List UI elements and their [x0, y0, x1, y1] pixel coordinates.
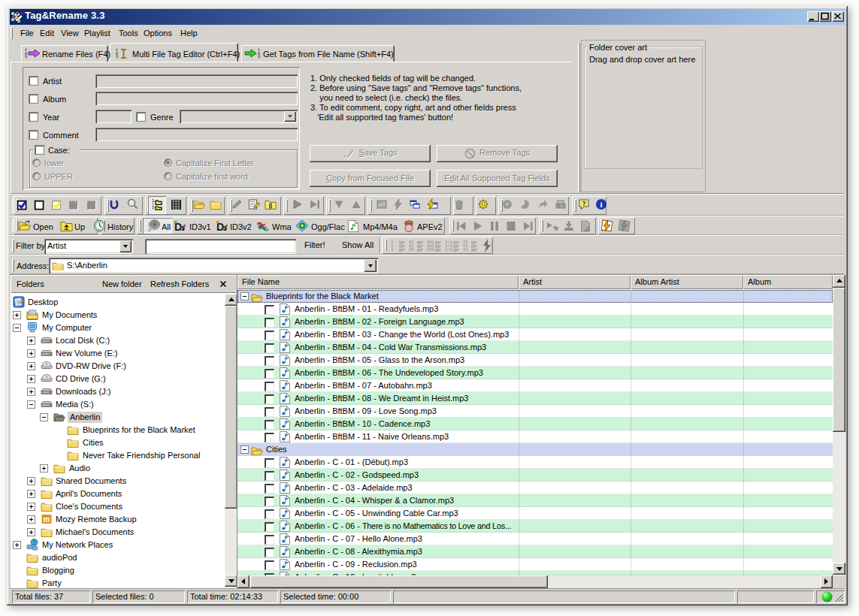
svg-text:?: ?: [582, 200, 586, 207]
svg-text:003: 003: [427, 247, 434, 252]
svg-text:3/1: 3/1: [445, 247, 453, 252]
svg-text:03: 03: [409, 247, 414, 252]
svg-text:G: G: [116, 55, 119, 59]
svg-text:3: 3: [491, 248, 493, 253]
svg-text:X3: X3: [463, 247, 468, 252]
svg-text:G: G: [25, 55, 28, 59]
svg-text:i: i: [600, 200, 602, 209]
svg-text:3: 3: [391, 247, 393, 252]
svg-text:G: G: [258, 55, 261, 59]
svg-text:m: m: [44, 515, 50, 524]
